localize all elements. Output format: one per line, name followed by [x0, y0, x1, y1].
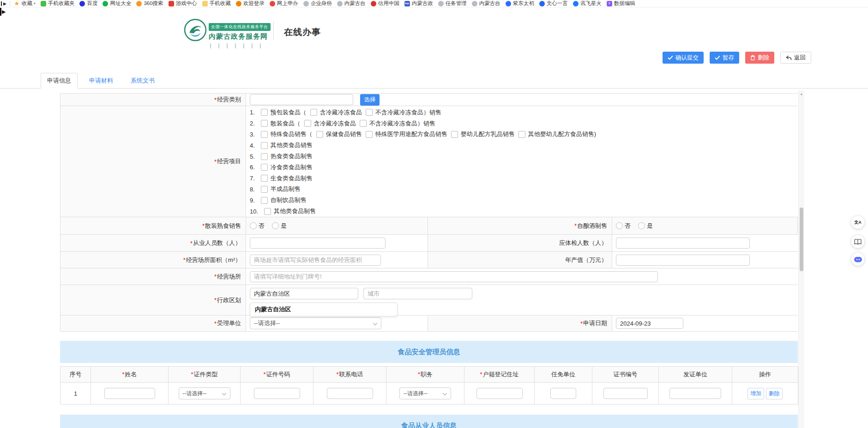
radio-no-icon[interactable]	[616, 222, 623, 229]
checkup-count-input[interactable]	[616, 238, 750, 249]
bookmark-item[interactable]: 内蒙古自	[337, 0, 366, 7]
check-icon	[715, 55, 720, 60]
manager-residence-address-input[interactable]	[476, 388, 523, 399]
bookmark-item[interactable]: 任务管理	[438, 0, 467, 7]
radio-option-label[interactable]: 否	[625, 222, 631, 230]
bookmark-item[interactable]: 内蒙古自	[472, 0, 500, 7]
radio-option-label[interactable]: 是	[281, 222, 287, 230]
region-dropdown-item[interactable]: 内蒙古自治区	[255, 305, 291, 314]
bookmark-item[interactable]: bqu内蒙古政	[404, 0, 433, 7]
checkbox[interactable]	[261, 153, 268, 160]
manager-phone-input[interactable]	[327, 388, 373, 399]
manager-name-input[interactable]	[104, 388, 155, 399]
checkbox[interactable]	[451, 131, 458, 138]
checkbox[interactable]	[366, 109, 373, 116]
manager-appoint-unit-input[interactable]	[550, 388, 576, 399]
checkbox[interactable]	[261, 175, 268, 182]
checkbox[interactable]	[360, 120, 367, 127]
accepting-unit-select[interactable]: --请选择--	[250, 317, 381, 329]
form-scrollbar[interactable]: ▲	[798, 90, 804, 428]
manager-cert-type-select[interactable]: --请选择--	[179, 387, 230, 399]
page-title: 在线办事	[284, 26, 321, 38]
bookmark-item[interactable]: 360搜索	[136, 0, 163, 7]
bookmark-item[interactable]: 网上申办	[270, 0, 298, 7]
required-asterisk: *	[214, 273, 217, 280]
bookmark-item[interactable]: 讯飞星火	[573, 0, 602, 7]
manager-table-row: 1--请选择----请选择--增加删除	[60, 383, 798, 404]
manager-cell-duty: --请选择--	[386, 383, 464, 404]
bookmark-item[interactable]: 网址大全	[102, 0, 131, 7]
checkbox[interactable]	[261, 120, 268, 127]
region-city-input[interactable]	[363, 288, 472, 299]
row-add-button[interactable]: 增加	[747, 388, 764, 399]
checkbox[interactable]	[304, 120, 311, 127]
checkbox[interactable]	[366, 131, 373, 138]
translate-icon: 文A	[854, 220, 862, 226]
check-icon	[668, 55, 673, 60]
reader-button[interactable]	[851, 235, 864, 248]
bookmark-item[interactable]: 手机收藏	[202, 0, 231, 7]
annual-output-input[interactable]	[616, 255, 750, 266]
bookmark-item[interactable]: 企业身份	[303, 0, 332, 7]
radio-yes-icon[interactable]	[638, 222, 645, 229]
business-category-select-button[interactable]: 选择	[360, 94, 380, 106]
radio-yes-icon[interactable]	[272, 222, 279, 229]
confirm-submit-button[interactable]: 确认提交	[663, 52, 704, 64]
item-number: 5.	[250, 153, 255, 160]
checkbox[interactable]	[261, 109, 268, 116]
row-remove-button[interactable]: 删除	[766, 388, 783, 399]
bookmark-item[interactable]: V数据编辑	[607, 0, 635, 7]
area-input[interactable]	[250, 255, 381, 266]
bookmark-item[interactable]: 文心一言	[539, 0, 568, 7]
radio-option-label[interactable]: 否	[259, 222, 265, 230]
delete-button[interactable]: 删除	[745, 52, 774, 64]
address-input[interactable]	[250, 271, 658, 282]
column-label: 户籍登记住址	[483, 371, 519, 378]
radio-option-label[interactable]: 是	[647, 222, 653, 230]
manager-section-title: 食品安全管理员信息	[398, 348, 460, 357]
tab-system-documents[interactable]: 系统文书	[125, 73, 161, 88]
checkbox[interactable]	[261, 164, 268, 171]
area-field	[246, 252, 428, 268]
ai-assistant-button[interactable]	[851, 253, 864, 266]
region-province-input[interactable]	[250, 288, 358, 299]
checkbox[interactable]	[264, 208, 271, 215]
translate-button[interactable]: 文A	[851, 216, 864, 229]
bookmark-item[interactable]: 欢迎登录	[236, 0, 265, 7]
radio-no-icon[interactable]	[250, 222, 257, 229]
checkbox[interactable]	[310, 109, 317, 116]
business-item-line: 6.冷食类食品制售	[250, 162, 798, 173]
checkbox[interactable]	[261, 142, 268, 149]
column-label: 职务	[421, 371, 433, 378]
temp-save-button[interactable]: 暂存	[710, 52, 739, 64]
checkbox-label: 散装食品（	[271, 119, 301, 128]
bookmark-item[interactable]: 百度	[79, 0, 97, 7]
bookmark-item[interactable]: 紫东太初	[506, 0, 534, 7]
checkbox[interactable]	[316, 131, 323, 138]
bookmarks-collapse-icon[interactable]: ▶	[1, 1, 9, 6]
back-button[interactable]: 返回	[780, 52, 811, 64]
business-category-input[interactable]	[250, 94, 353, 105]
manager-cert-code-input[interactable]	[603, 388, 648, 399]
checkbox-label: 保健食品销售	[326, 130, 362, 138]
bookmark-item[interactable]: 手机收藏夹	[41, 0, 75, 7]
manager-cert-number-input[interactable]	[254, 388, 300, 399]
manager-issue-unit-input[interactable]	[669, 388, 721, 399]
bookmark-item[interactable]: 信用中国	[371, 0, 399, 7]
employee-count-input[interactable]	[250, 238, 386, 249]
checkbox[interactable]	[518, 131, 525, 138]
checkbox[interactable]	[261, 186, 268, 193]
tab-application-materials[interactable]: 申请材料	[83, 73, 119, 88]
checkbox[interactable]	[261, 197, 268, 204]
checkbox[interactable]	[261, 131, 268, 138]
scroll-up-arrow-icon[interactable]: ▲	[800, 92, 803, 95]
tab-application-info[interactable]: 申请信息	[41, 73, 78, 89]
address-field	[246, 268, 798, 285]
scrollbar-thumb[interactable]	[800, 208, 803, 271]
bookmark-label: 企业身份	[311, 0, 332, 7]
checkbox-label: 冷食类食品制售	[271, 163, 313, 172]
apply-date-input[interactable]	[616, 318, 683, 329]
bookmark-item[interactable]: 游戏中心	[169, 0, 197, 7]
manager-duty-select[interactable]: --请选择--	[399, 387, 451, 399]
bookmark-item[interactable]: ★收藏▾	[14, 0, 36, 7]
